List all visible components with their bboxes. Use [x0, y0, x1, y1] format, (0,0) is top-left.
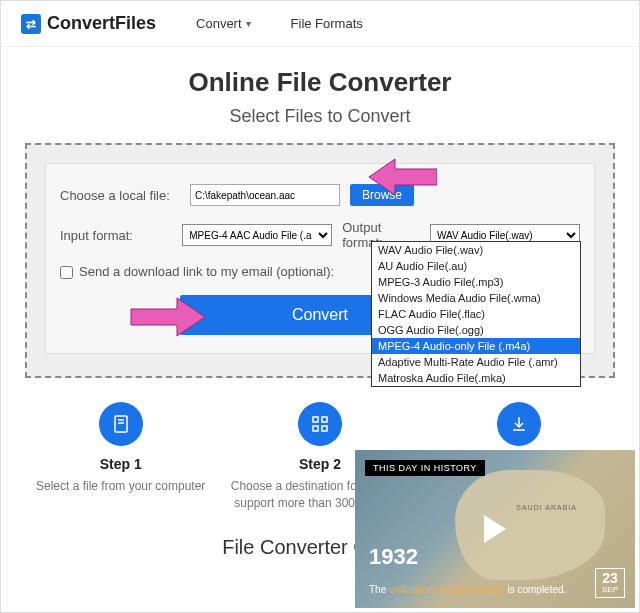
output-format-dropdown[interactable]: WAV Audio File(.wav)AU Audio File(.au)MP…: [371, 241, 581, 387]
upload-panel: Choose a local file: Browse Input format…: [25, 143, 615, 378]
video-caption-highlight: unification of Saudi Arabia: [389, 584, 505, 595]
annotation-arrow-browse: [367, 157, 437, 197]
page-title: Online File Converter: [1, 67, 639, 98]
video-history-tag: THIS DAY IN HISTORY: [365, 460, 485, 476]
nav: Convert ▾ File Formats: [196, 16, 363, 31]
email-label: Send a download link to my email (option…: [79, 264, 334, 279]
video-year: 1932: [369, 544, 418, 570]
step-3-icon: [497, 402, 541, 446]
svg-rect-0: [115, 416, 127, 432]
svg-rect-3: [313, 426, 318, 431]
file-path-input[interactable]: [190, 184, 340, 206]
svg-rect-4: [322, 426, 327, 431]
output-option[interactable]: AU Audio File(.au): [372, 258, 580, 274]
email-checkbox[interactable]: [60, 266, 73, 279]
step-1-icon: [99, 402, 143, 446]
output-option[interactable]: OGG Audio File(.ogg): [372, 322, 580, 338]
nav-file-formats[interactable]: File Formats: [291, 16, 363, 31]
file-row: Choose a local file: Browse: [60, 184, 580, 206]
video-caption-post: is completed.: [505, 584, 567, 595]
video-caption-pre: The: [369, 584, 389, 595]
page-subtitle: Select Files to Convert: [1, 106, 639, 127]
header: ⇄ ConvertFiles Convert ▾ File Formats: [1, 1, 639, 47]
svg-rect-1: [313, 417, 318, 422]
video-ad-overlay: SAUDI ARABIA THIS DAY IN HISTORY 1932 Th…: [355, 450, 635, 608]
output-option[interactable]: MPEG-4 Audio-only File (.m4a): [372, 338, 580, 354]
output-option[interactable]: MPEG-3 Audio File(.mp3): [372, 274, 580, 290]
output-option[interactable]: WAV Audio File(.wav): [372, 242, 580, 258]
video-land-label: SAUDI ARABIA: [516, 504, 577, 511]
brand-name: ConvertFiles: [47, 13, 156, 34]
nav-convert-label: Convert: [196, 16, 242, 31]
logo[interactable]: ⇄ ConvertFiles: [21, 13, 156, 34]
annotation-arrow-convert: [127, 295, 207, 339]
step-1: Step 1 Select a file from your computer: [31, 402, 210, 512]
video-day: 23: [602, 571, 618, 586]
video-caption: The unification of Saudi Arabia is compl…: [369, 583, 566, 596]
logo-icon: ⇄: [21, 14, 41, 34]
choose-file-label: Choose a local file:: [60, 188, 180, 203]
step-1-title: Step 1: [31, 456, 210, 472]
chevron-down-icon: ▾: [246, 18, 251, 29]
svg-rect-2: [322, 417, 327, 422]
nav-convert[interactable]: Convert ▾: [196, 16, 251, 31]
nav-formats-label: File Formats: [291, 16, 363, 31]
output-option[interactable]: Matroska Audio File(.mka): [372, 370, 580, 386]
step-2-icon: [298, 402, 342, 446]
input-format-select[interactable]: MPEG-4 AAC Audio File (.a: [182, 224, 332, 246]
input-format-label: Input format:: [60, 228, 172, 243]
video-play-button[interactable]: [484, 515, 506, 543]
output-option[interactable]: FLAC Audio File(.flac): [372, 306, 580, 322]
step-1-desc: Select a file from your computer: [31, 478, 210, 495]
video-month: SEP: [602, 586, 618, 595]
video-landmass: [455, 470, 605, 580]
video-date-box: 23 SEP: [595, 568, 625, 598]
output-option[interactable]: Windows Media Audio File(.wma): [372, 290, 580, 306]
output-option[interactable]: Adaptive Multi-Rate Audio File (.amr): [372, 354, 580, 370]
